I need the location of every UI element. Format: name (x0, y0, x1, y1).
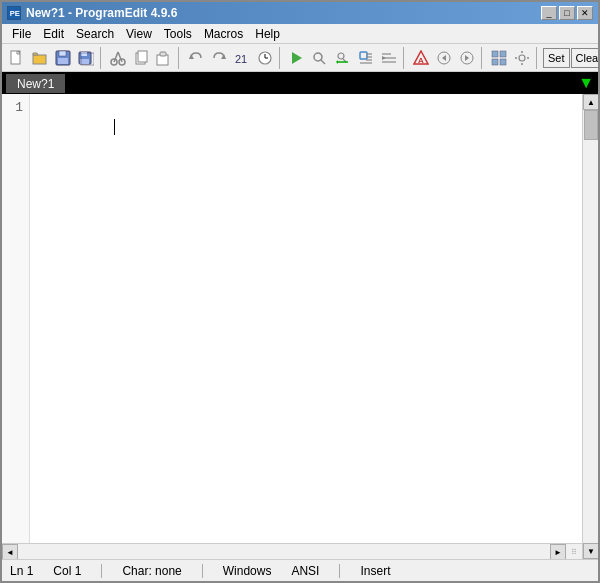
close-button[interactable]: ✕ (577, 6, 593, 20)
status-mode: Insert (360, 564, 390, 578)
toolbar-sep-4 (403, 47, 407, 69)
svg-marker-34 (336, 60, 338, 64)
menu-help[interactable]: Help (249, 25, 286, 43)
status-sep-2 (202, 564, 203, 578)
goto-button[interactable]: 21 (231, 47, 253, 69)
main-window: PE New?1 - ProgramEdit 4.9.6 _ □ ✕ File … (0, 0, 600, 583)
bookmark-button[interactable] (355, 47, 377, 69)
settings-button[interactable] (511, 47, 533, 69)
svg-text:PE: PE (10, 9, 20, 18)
indent-button[interactable] (378, 47, 400, 69)
resize-corner: ⠿ (566, 544, 582, 559)
editor-content[interactable] (30, 94, 582, 543)
menu-tools[interactable]: Tools (158, 25, 198, 43)
menu-file[interactable]: File (6, 25, 37, 43)
status-format: ANSI (291, 564, 319, 578)
svg-rect-11 (81, 52, 87, 56)
scroll-down-button[interactable]: ▼ (583, 543, 598, 559)
toolbar-sep-2 (178, 47, 182, 69)
editor-area: 1 (2, 94, 582, 543)
new-file-button[interactable] (6, 47, 28, 69)
editor-wrapper: 1 ◄ ► ⠿ ▲ ▼ (2, 94, 598, 559)
svg-rect-2 (11, 51, 20, 64)
run-button[interactable] (286, 47, 308, 69)
svg-rect-51 (500, 51, 506, 57)
toolbar-sep-6 (536, 47, 540, 69)
window-title: New?1 - ProgramEdit 4.9.6 (26, 6, 177, 20)
svg-point-54 (519, 55, 525, 61)
svg-line-30 (321, 60, 325, 64)
line-number-1: 1 (8, 98, 23, 118)
scroll-h-track[interactable] (18, 544, 550, 559)
status-sep-3 (339, 564, 340, 578)
status-sep-1 (101, 564, 102, 578)
scroll-thumb[interactable] (584, 110, 598, 140)
scroll-left-button[interactable]: ◄ (2, 544, 18, 559)
status-char: Char: none (122, 564, 181, 578)
prev-button[interactable] (433, 47, 455, 69)
toolbar-sep-5 (481, 47, 485, 69)
title-bar: PE New?1 - ProgramEdit 4.9.6 _ □ ✕ (2, 2, 598, 24)
svg-rect-53 (500, 59, 506, 65)
svg-rect-12 (80, 59, 89, 64)
menu-search[interactable]: Search (70, 25, 120, 43)
svg-marker-43 (382, 56, 386, 60)
clock-button[interactable] (254, 47, 276, 69)
text-cursor (114, 119, 115, 135)
status-col: Col 1 (53, 564, 81, 578)
status-ln: Ln 1 (10, 564, 33, 578)
search-toolbar-button[interactable] (309, 47, 331, 69)
svg-rect-9 (58, 58, 68, 64)
svg-point-31 (338, 53, 344, 59)
maximize-button[interactable]: □ (559, 6, 575, 20)
vertical-scrollbar: ▲ ▼ (582, 94, 598, 559)
menu-view[interactable]: View (120, 25, 158, 43)
svg-rect-8 (59, 51, 66, 56)
redo-button[interactable] (208, 47, 230, 69)
svg-rect-21 (160, 52, 166, 56)
color-button[interactable]: A (410, 47, 432, 69)
title-bar-left: PE New?1 - ProgramEdit 4.9.6 (7, 6, 177, 20)
next-button[interactable] (456, 47, 478, 69)
replace-button[interactable] (332, 47, 354, 69)
minimize-button[interactable]: _ (541, 6, 557, 20)
horizontal-scrollbar: ◄ ► ⠿ (2, 543, 582, 559)
menu-macros[interactable]: Macros (198, 25, 249, 43)
undo-button[interactable] (185, 47, 207, 69)
tab-bar: New?1 ▼ (2, 72, 598, 94)
cut-button[interactable] (107, 47, 129, 69)
tab-scroll-arrow[interactable]: ▼ (578, 74, 594, 92)
save-file-button[interactable] (52, 47, 74, 69)
svg-marker-28 (292, 52, 302, 64)
status-bar: Ln 1 Col 1 Char: none Windows ANSI Inser… (2, 559, 598, 581)
line-numbers: 1 (2, 94, 30, 543)
tab-new1[interactable]: New?1 (6, 74, 65, 93)
app-icon: PE (7, 6, 21, 20)
svg-marker-47 (442, 55, 446, 61)
toolbar-sep-1 (100, 47, 104, 69)
svg-point-29 (314, 53, 322, 61)
copy-button[interactable] (130, 47, 152, 69)
open-file-button[interactable] (29, 47, 51, 69)
toolbar: 21 A (2, 44, 598, 72)
main-content: 1 ◄ ► ⠿ (2, 94, 582, 559)
clear-button[interactable]: Clear (571, 48, 598, 68)
svg-rect-35 (360, 52, 367, 59)
paste-button[interactable] (153, 47, 175, 69)
svg-text:A: A (418, 56, 424, 65)
status-encoding: Windows (223, 564, 272, 578)
save-all-button[interactable] (75, 47, 97, 69)
svg-rect-52 (492, 59, 498, 65)
scroll-v-track[interactable] (583, 110, 598, 543)
set-button[interactable]: Set (543, 48, 570, 68)
svg-marker-49 (465, 55, 469, 61)
window-controls: _ □ ✕ (541, 6, 593, 20)
menu-edit[interactable]: Edit (37, 25, 70, 43)
grid-button[interactable] (488, 47, 510, 69)
scroll-right-button[interactable]: ► (550, 544, 566, 559)
scroll-up-button[interactable]: ▲ (583, 94, 598, 110)
svg-marker-6 (33, 53, 38, 55)
svg-rect-19 (138, 51, 147, 62)
svg-rect-5 (33, 55, 46, 64)
toolbar-sep-3 (279, 47, 283, 69)
